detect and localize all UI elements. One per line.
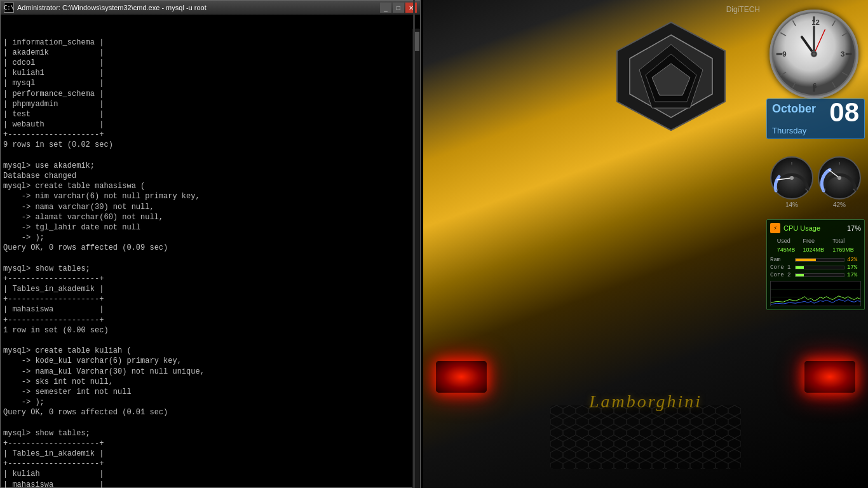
ram-row: Ram 42%	[770, 257, 861, 263]
core1-bar	[796, 266, 804, 269]
cpu-header: ⚡ CPU Usage 17%	[770, 223, 861, 233]
maximize-button[interactable]: □	[393, 3, 404, 13]
gauge-right	[817, 156, 862, 200]
cpu-table: Used Free Total 745MB 1024MB 1769MB	[770, 236, 861, 255]
svg-point-28	[811, 51, 817, 57]
svg-text:12: 12	[811, 18, 820, 26]
svg-text:9: 9	[782, 50, 786, 58]
svg-point-31	[790, 176, 794, 180]
cmd-title: Administrator: C:\Windows\system32\cmd.e…	[17, 4, 380, 11]
core2-bar-container	[795, 273, 844, 277]
cmd-icon: C:\	[4, 3, 14, 13]
terminal-content[interactable]: | information_schema | | akademik | | cd…	[1, 15, 420, 488]
svg-text:3: 3	[841, 50, 844, 58]
cpu-icon: ⚡	[770, 223, 780, 233]
svg-point-37	[837, 176, 841, 180]
date-month: October	[772, 102, 816, 115]
car-emblem	[607, 19, 735, 133]
clock-widget: 12 3 6 9	[766, 6, 862, 102]
minimize-button[interactable]: _	[380, 3, 391, 13]
cmd-window: C:\ Administrator: C:\Windows\system32\c…	[0, 0, 421, 488]
date-widget: October 08 Thursday	[766, 98, 865, 139]
gauge-left	[770, 156, 814, 200]
tail-light-left	[436, 361, 487, 393]
svg-rect-41	[771, 281, 860, 306]
close-button[interactable]: ✕	[405, 3, 417, 13]
core2-bar	[796, 274, 804, 276]
digitech-logo: DigiTECH	[726, 5, 760, 14]
core1-bar-container	[795, 266, 844, 269]
ram-bar	[796, 259, 816, 261]
cpu-percentage: 17%	[847, 224, 861, 232]
clock-face: 12 3 6 9	[770, 10, 858, 98]
ram-bar-container	[795, 258, 844, 262]
car-logo-text: Lamborghini	[589, 391, 702, 412]
cpu-graph	[770, 281, 861, 306]
cmd-controls[interactable]: _ □ ✕	[380, 3, 417, 13]
window-separator	[413, 0, 415, 488]
svg-text:6: 6	[813, 82, 817, 90]
svg-rect-7	[550, 405, 741, 469]
widgets-panel: 12 3 6 9 October 08 Thursday	[760, 0, 868, 488]
cpu-title: CPU Usage	[783, 224, 844, 232]
gauge-left-label: 14%	[770, 201, 814, 208]
core2-row: Core 2 17%	[770, 272, 861, 278]
grille-area	[550, 405, 741, 469]
core1-row: Core 1 17%	[770, 264, 861, 271]
cmd-titlebar: C:\ Administrator: C:\Windows\system32\c…	[1, 1, 420, 15]
date-weekday: Thursday	[772, 126, 859, 135]
gauge-right-label: 42%	[817, 201, 862, 208]
cpu-widget: ⚡ CPU Usage 17% Used Free Total 745MB 10…	[766, 219, 865, 310]
date-day: 08	[829, 102, 859, 126]
